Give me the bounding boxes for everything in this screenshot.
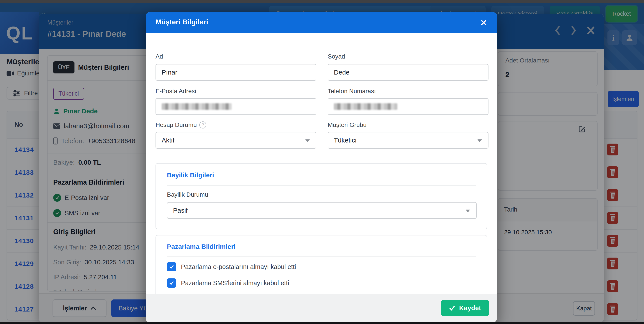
checkbox-checked-icon[interactable] bbox=[167, 278, 176, 288]
window-bottom-strip bbox=[0, 322, 644, 324]
caret-down-icon bbox=[305, 139, 310, 142]
screen: Versiyon 5.1.0 Yönetim panelinde ara... … bbox=[0, 0, 644, 324]
edit-modal-footer: Kaydet bbox=[146, 294, 497, 322]
soyad-input[interactable]: Dede bbox=[328, 64, 488, 81]
musteri-grubu-select[interactable]: Tüketici bbox=[328, 132, 488, 149]
musteri-grubu-label: Müşteri Grubu bbox=[328, 121, 366, 128]
customer-edit-modal: Müşteri Bilgileri ✕ Ad Soyad Pınar Dede … bbox=[146, 12, 497, 322]
hesap-durumu-label: Hesap Durumu ? bbox=[156, 121, 206, 128]
telefon-input[interactable] bbox=[328, 98, 488, 115]
edit-modal-title: Müşteri Bilgileri bbox=[156, 18, 208, 26]
bayilik-durumu-label: Bayilik Durumu bbox=[167, 191, 208, 198]
pazarlama-section-title: Pazarlama Bildirimleri bbox=[167, 243, 236, 250]
bayilik-section-title: Bayilik Bilgileri bbox=[167, 171, 214, 179]
soyad-label: Soyad bbox=[328, 53, 345, 60]
ad-input[interactable]: Pınar bbox=[156, 64, 316, 81]
ad-label: Ad bbox=[156, 53, 163, 60]
redacted-phone-value bbox=[334, 103, 397, 110]
help-icon[interactable]: ? bbox=[199, 121, 206, 128]
window-top-strip bbox=[0, 0, 644, 3]
pazarlama-section-card: Pazarlama Bildirimleri Pazarlama e-posta… bbox=[156, 235, 487, 294]
marketing-email-checkbox-row: Pazarlama e-postalarını almayı kabul ett… bbox=[167, 262, 296, 271]
close-icon[interactable]: ✕ bbox=[478, 17, 489, 29]
bayilik-durumu-select[interactable]: Pasif bbox=[167, 202, 477, 219]
marketing-sms-checkbox-row: Pazarlama SMS'lerini almayı kabul etti bbox=[167, 278, 289, 288]
bayilik-section-card: Bayilik Bilgileri Bayilik Durumu Pasif bbox=[156, 163, 487, 229]
eposta-input[interactable] bbox=[156, 98, 316, 115]
edit-modal-header: Müşteri Bilgileri ✕ bbox=[146, 12, 497, 33]
redacted-email-value bbox=[162, 103, 232, 110]
eposta-label: E-Posta Adresi bbox=[156, 88, 196, 95]
hesap-durumu-select[interactable]: Aktif bbox=[156, 132, 316, 149]
caret-down-icon bbox=[466, 210, 470, 212]
telefon-label: Telefon Numarası bbox=[328, 88, 376, 95]
check-icon bbox=[449, 305, 455, 311]
caret-down-icon bbox=[478, 139, 482, 142]
checkbox-checked-icon[interactable] bbox=[167, 262, 176, 271]
save-button[interactable]: Kaydet bbox=[441, 300, 489, 316]
